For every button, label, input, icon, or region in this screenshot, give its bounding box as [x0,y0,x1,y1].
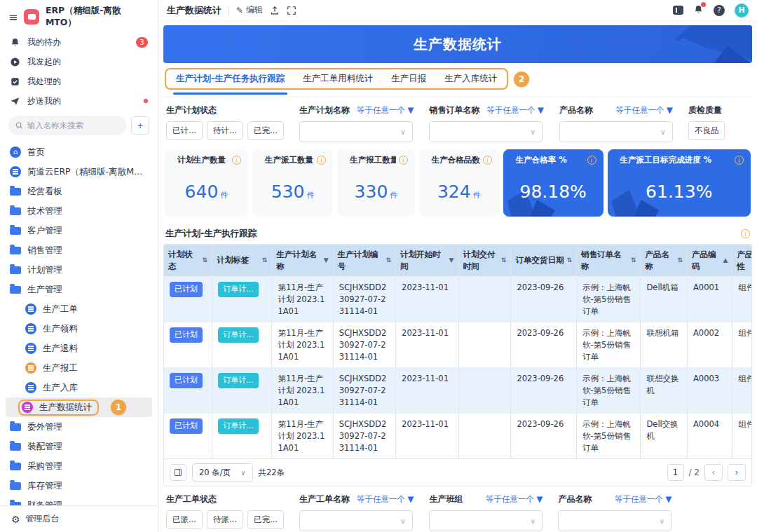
info-icon[interactable]: i [317,156,326,165]
sidebar-item-production-mgmt[interactable]: 生产管理 [6,280,152,299]
col-header[interactable]: 计划开始时间▼ [396,245,458,277]
tag-badge: 订单计... [218,282,259,297]
page-size-select[interactable]: 20 条/页 ∨ [192,463,253,482]
sidebar-item-inventory-mgmt[interactable]: 库存管理 [6,476,152,496]
filter-button-dispatched[interactable]: 已派... [166,510,203,529]
sidebar-item-production-picking[interactable]: 生产领料 [6,319,152,339]
search-input[interactable] [27,121,119,130]
workorder-name-select[interactable]: ∨ [299,510,413,531]
col-header[interactable]: 订单交货日期⇅ [511,245,577,277]
col-header[interactable]: 产品属性⇅ [732,245,752,277]
next-page-button[interactable]: › [728,464,746,481]
export-button[interactable] [270,6,280,15]
sidebar-item-business-board[interactable]: 经营看板 [6,182,152,201]
tab-plan-task-tracking[interactable]: 生产计划-生产任务执行跟踪 [176,73,285,85]
tab-workorder-material-stats[interactable]: 生产工单用料统计 [303,73,373,85]
team-select[interactable]: ∨ [429,510,543,531]
sidebar-item-production-report[interactable]: 生产报工 [6,358,152,378]
sidebar-item-production-return[interactable]: 生产退料 [6,339,152,358]
hamburger-menu-icon[interactable]: ≡ [8,11,18,24]
add-button[interactable]: + [131,116,149,135]
edit-button[interactable]: ✎ 编辑 [236,4,263,16]
sidebar-item-purchase-mgmt[interactable]: 采购管理 [6,456,152,476]
sales-order-select[interactable]: ∨ [429,121,543,142]
col-header[interactable]: 计划状态⇅ [164,245,212,277]
sidebar-item-cc-to-me[interactable]: 抄送我的 [0,91,158,111]
operator-dropdown[interactable]: 等于任意一个 ▼ [357,494,414,505]
filter-button-planned[interactable]: 已计... [166,121,203,140]
sidebar-item-tech-mgmt[interactable]: 技术管理 [6,201,152,221]
sort-icon: ⇅ [631,256,636,265]
sidebar-item-plan-mgmt[interactable]: 计划管理 [6,260,152,280]
info-icon[interactable]: i [483,156,492,165]
operator-dropdown[interactable]: 等于任意一个 ▼ [486,105,544,116]
operator-dropdown[interactable]: 等于任意一个 ▼ [357,105,414,116]
table-row[interactable]: 已计划 订单计... 第11月-生产计划 2023.11A01 SCJHXSDD… [164,277,752,322]
search-icon [15,121,23,130]
sidebar-item-production-inbound[interactable]: 生产入库 [6,378,152,397]
sidebar-item-finance-mgmt[interactable]: 财务管理 [6,496,152,505]
filter-button-completed[interactable]: 已完... [247,121,284,140]
sidebar-item-my-initiated[interactable]: 我发起的 [0,52,158,71]
column-settings-button[interactable] [170,464,186,481]
filter-button-to-dispatch[interactable]: 待派... [207,510,243,529]
sidebar-item-customer-mgmt[interactable]: 客户管理 [6,221,152,240]
table-row[interactable]: 已计划 订单计... 第11月-生产计划 2023.11A01 SCJHXSDD… [164,368,752,414]
status-badge: 已计划 [170,282,203,297]
notebook-icon[interactable] [673,6,683,15]
sidebar-nav: ⌂ 首页 简道云ERP（精细版-离散MTO）「... 经营看板 技术管理 客户管… [0,141,158,505]
sidebar-item-production-workorder[interactable]: 生产工单 [6,299,152,319]
info-icon[interactable]: i [741,229,750,238]
chevron-down-icon: ∨ [530,128,536,137]
current-page-input[interactable]: 1 [667,464,684,481]
operator-dropdown[interactable]: 等于任意一个 ▼ [486,494,543,505]
tab-production-daily[interactable]: 生产日报 [391,73,426,85]
info-icon[interactable]: i [399,156,408,165]
filter-button-completed[interactable]: 已完... [247,510,284,529]
col-header[interactable]: 销售订单名称⇅ [576,245,641,277]
info-icon[interactable]: i [232,156,241,165]
fullscreen-button[interactable] [287,6,296,15]
table-row[interactable]: 已计划 订单计... 第11月-生产计划 2023.11A01 SCJHXSDD… [164,414,752,459]
sidebar-item-assembly-mgmt[interactable]: 装配管理 [6,437,152,456]
col-header[interactable]: 计划标签⇅ [212,245,272,277]
sidebar-item-jdy-erp[interactable]: 简道云ERP（精细版-离散MTO）「... [6,162,152,182]
filter-plan-name: 生产计划名称 等于任意一个 ▼ ∨ [299,104,414,142]
col-header[interactable]: 生产计划编号⇅ [333,245,395,277]
sidebar-item-my-todo[interactable]: 我的待办 3 [0,32,158,52]
operator-dropdown[interactable]: 等于任意一个 ▼ [615,494,672,505]
sidebar-item-outsourcing-mgmt[interactable]: 委外管理 [6,417,152,437]
sidebar-search-row: + [0,111,158,141]
col-header[interactable]: 产品名称⇅ [641,245,688,277]
chevron-down-icon: ∨ [660,128,666,137]
filter-button-to-plan[interactable]: 待计... [207,121,243,140]
info-icon[interactable]: i [587,156,596,165]
col-header[interactable]: 生产计划名称▼ [272,245,333,277]
filter-workorder-status: 生产工单状态 已派... 待派... 已完... [166,493,284,531]
sidebar-item-my-handled[interactable]: 我处理的 [0,71,158,91]
plan-name-select[interactable]: ∨ [299,121,413,142]
stat-card-pass-rate: 生产合格率 %i 98.18% [503,149,603,217]
prev-page-button[interactable]: ‹ [704,464,723,481]
filter-button-defective[interactable]: 不良品 [688,121,725,140]
admin-console-link[interactable]: ⚙ 管理后台 [0,505,158,532]
sidebar-item-sales-mgmt[interactable]: 销售管理 [6,240,152,260]
product-name-select-2[interactable]: ∨ [558,510,671,531]
sidebar-item-home[interactable]: ⌂ 首页 [6,142,152,162]
col-header[interactable]: 产品编码▲ [687,245,732,277]
filter-workorder-name: 生产工单名称 等于任意一个 ▼ ∨ [299,493,414,531]
sidebar-item-production-data-stats[interactable]: 生产数据统计 1 [6,397,152,417]
help-icon[interactable]: ? [714,5,725,16]
operator-dropdown[interactable]: 等于任意一个 ▼ [615,105,673,116]
avatar[interactable]: H [735,4,749,18]
product-name-select[interactable]: ∨ [559,121,673,142]
sidebar-search[interactable] [8,116,126,135]
chart-doc-icon [22,402,33,413]
folder-icon [10,247,21,254]
col-header[interactable]: 计划交付时间⇅ [458,245,511,277]
filter-sales-order: 销售订单名称 等于任意一个 ▼ ∨ [429,104,544,142]
table-row[interactable]: 已计划 订单计... 第11月-生产计划 2023.11A01 SCJHXSDD… [164,322,752,368]
tab-inbound-stats[interactable]: 生产入库统计 [444,73,497,85]
notifications-button[interactable] [693,4,704,17]
info-icon[interactable]: i [735,156,744,165]
